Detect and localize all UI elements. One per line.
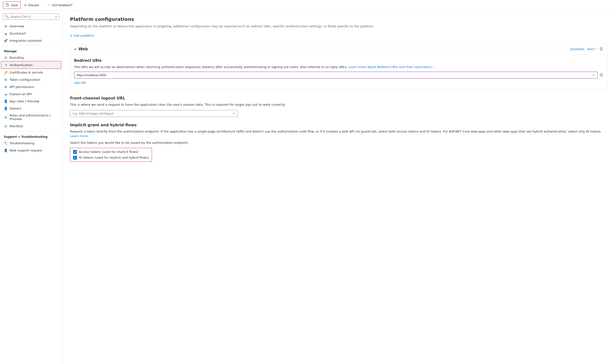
branding-icon: ⊟ xyxy=(4,56,8,59)
support-divider xyxy=(3,131,59,131)
owners-icon: 👤 xyxy=(4,106,8,110)
integration-icon: 🚀 xyxy=(4,39,8,42)
logout-url-input[interactable] xyxy=(73,112,233,115)
support-icon: 👤 xyxy=(4,148,8,152)
sidebar-item-expose[interactable]: ☁ Expose an API xyxy=(1,90,61,98)
id-tokens-label: ID tokens (used for implicit and hybrid … xyxy=(79,156,149,159)
search-icon: 🔍 xyxy=(5,15,9,18)
page-title: Platform configurations xyxy=(70,16,607,22)
overview-icon: ⊞ xyxy=(4,24,8,28)
sidebar-item-approles-label: App roles | Preview xyxy=(10,99,39,103)
support-section-label: Support + Troubleshooting xyxy=(0,133,62,140)
access-tokens-checkbox[interactable] xyxy=(73,150,77,154)
web-card-body: Redirect URIs The URIs we will accept as… xyxy=(70,55,607,89)
web-card-title: Web xyxy=(78,47,568,51)
quickstart-link-label: Quickstart xyxy=(570,47,584,51)
frontchannel-title: Front-channel logout URL xyxy=(70,96,607,100)
sidebar-item-owners-label: Owners xyxy=(10,107,21,110)
uri-input-wrapper[interactable]: ✓ xyxy=(74,72,598,78)
manage-section-label: Manage xyxy=(0,47,62,54)
sidebar-item-approles[interactable]: 👤 App roles | Preview xyxy=(1,98,61,105)
save-icon xyxy=(5,3,9,7)
add-icon: + xyxy=(70,34,72,38)
feedback-icon: ♡ xyxy=(48,3,51,7)
discard-button[interactable]: ✕ Discard xyxy=(22,2,41,8)
approles-icon: 👤 xyxy=(4,99,8,103)
token-select-label: Select the tokens you would like to be i… xyxy=(70,141,607,144)
sidebar-item-overview-label: Overview xyxy=(10,25,24,28)
sidebar-item-manifest-label: Manifest xyxy=(10,124,23,128)
sidebar-item-branding-label: Branding xyxy=(10,56,24,59)
page-subtitle: Depending on the platform or device this… xyxy=(70,24,607,29)
sidebar-item-roles[interactable]: ⊞ Roles and administrators | Preview xyxy=(1,112,61,122)
discard-label: Discard xyxy=(28,3,39,7)
roles-icon: ⊞ xyxy=(4,115,8,119)
id-tokens-checkbox-row[interactable]: ID tokens (used for implicit and hybrid … xyxy=(73,156,149,160)
main-content: Platform configurations Depending on the… xyxy=(62,11,615,364)
sidebar-item-integration[interactable]: 🚀 Integration assistant xyxy=(1,37,61,44)
sidebar: 🔍 « ⊞ Overview ☁ Quickstart 🚀 Integratio… xyxy=(0,11,62,364)
feedback-button[interactable]: ♡ Got feedback? xyxy=(45,2,75,8)
sidebar-item-support[interactable]: 👤 New support request xyxy=(1,147,61,154)
search-input[interactable] xyxy=(10,15,54,18)
api-icon: ⊞ xyxy=(4,85,8,89)
search-box[interactable]: 🔍 « xyxy=(3,13,59,20)
chevron-up-icon: ∧ xyxy=(74,47,77,51)
redirect-uris-title: Redirect URIs xyxy=(74,58,603,63)
implicit-desc: Request a token directly from the author… xyxy=(70,129,607,139)
manifest-icon: ⊟ xyxy=(4,124,8,128)
sidebar-item-manifest[interactable]: ⊟ Manifest xyxy=(1,122,61,130)
external-link-icon: ↗ xyxy=(595,48,597,50)
save-button[interactable]: Save xyxy=(3,1,21,9)
auth-icon: ↺ xyxy=(4,63,8,67)
sidebar-item-auth-label: Authentication xyxy=(10,63,33,67)
toolbar: Save ✕ Discard ♡ Got feedback? xyxy=(0,0,615,11)
sidebar-item-support-label: New support request xyxy=(10,149,42,152)
redirect-learn-more-link[interactable]: Learn more about Redirect URIs and their… xyxy=(349,65,434,69)
quickstart-link-button[interactable]: Quickstart xyxy=(570,47,584,51)
external-link-icon-2: ↗ xyxy=(432,66,434,68)
sidebar-item-token[interactable]: ⊞ Token configuration xyxy=(1,76,61,83)
learn-more-link[interactable]: Learn more. xyxy=(70,134,89,138)
sidebar-item-troubleshooting[interactable]: 🔧 Troubleshooting xyxy=(1,140,61,147)
web-delete-button[interactable] xyxy=(599,47,603,52)
uri-input-row: ✓ xyxy=(74,72,603,78)
uri-check-icon: ✓ xyxy=(592,73,595,77)
sidebar-item-api[interactable]: ⊞ API permissions xyxy=(1,83,61,90)
toolbar-divider xyxy=(43,3,43,8)
cert-icon: 🔑 xyxy=(4,70,8,74)
sidebar-item-quickstart-label: Quickstart xyxy=(10,32,26,35)
expose-icon: ☁ xyxy=(4,92,8,96)
logout-check-icon: ✓ xyxy=(233,112,235,115)
sidebar-item-authentication[interactable]: ↺ Authentication xyxy=(1,61,61,69)
layout: 🔍 « ⊞ Overview ☁ Quickstart 🚀 Integratio… xyxy=(0,11,615,364)
token-checkbox-group: Access tokens (used for implicit flows) … xyxy=(70,148,152,162)
add-uri-label: Add URI xyxy=(74,81,86,85)
sidebar-item-quickstart[interactable]: ☁ Quickstart xyxy=(1,30,61,37)
docs-link-button[interactable]: Docs ↗ xyxy=(587,47,597,51)
uri-delete-button[interactable] xyxy=(599,73,603,78)
redirect-desc: The URIs we will accept as destinations … xyxy=(74,65,603,69)
logout-input-row[interactable]: ✓ xyxy=(70,110,238,117)
troubleshooting-icon: 🔧 xyxy=(4,141,8,145)
id-tokens-checkbox[interactable] xyxy=(73,156,77,160)
sidebar-item-overview[interactable]: ⊞ Overview xyxy=(1,23,61,30)
sidebar-item-certificates[interactable]: 🔑 Certificates & secrets xyxy=(1,69,61,76)
access-tokens-checkbox-row[interactable]: Access tokens (used for implicit flows) xyxy=(73,150,149,154)
access-tokens-label: Access tokens (used for implicit flows) xyxy=(79,150,139,154)
feedback-label: Got feedback? xyxy=(52,3,73,7)
save-label: Save xyxy=(11,3,18,7)
sidebar-item-branding[interactable]: ⊟ Branding xyxy=(1,54,61,61)
token-icon: ⊞ xyxy=(4,78,8,81)
quickstart-icon: ☁ xyxy=(4,31,8,35)
implicit-section: Implicit grant and hybrid flows Request … xyxy=(70,123,607,162)
web-card-header: ∧ Web Quickstart Docs ↗ xyxy=(70,44,607,55)
sidebar-item-owners[interactable]: 👤 Owners xyxy=(1,105,61,112)
add-platform-button[interactable]: + Add a platform xyxy=(70,33,94,39)
add-uri-button[interactable]: Add URI xyxy=(74,80,86,85)
collapse-button[interactable]: « xyxy=(55,15,57,18)
web-card: ∧ Web Quickstart Docs ↗ Redirect URI xyxy=(70,44,607,89)
uri-input[interactable] xyxy=(77,73,591,77)
web-card-actions: Quickstart Docs ↗ xyxy=(570,47,603,52)
discard-icon: ✕ xyxy=(24,3,27,7)
